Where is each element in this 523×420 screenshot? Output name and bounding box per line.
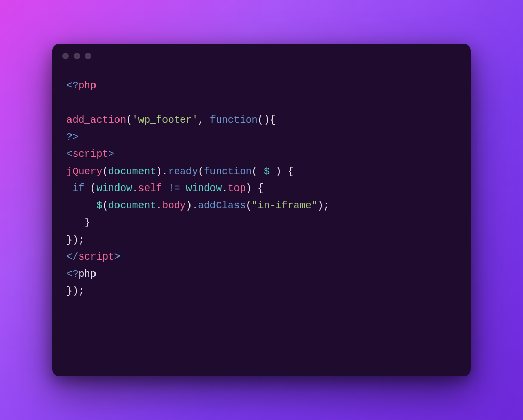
- code-token: addClass: [198, 200, 246, 212]
- code-line: jQuery(document).ready(function( $ ) {: [66, 164, 457, 181]
- code-token: (: [102, 166, 108, 177]
- code-token: body: [162, 200, 186, 212]
- code-token: top: [228, 183, 246, 194]
- code-token: >: [114, 251, 121, 263]
- code-token: <?: [66, 80, 78, 91]
- code-token: self: [138, 183, 162, 194]
- code-token: !=: [168, 183, 180, 194]
- code-token: $: [264, 166, 270, 177]
- code-token: (: [126, 114, 132, 126]
- code-token: window: [186, 183, 222, 194]
- code-token: function: [204, 166, 252, 177]
- code-token: ,: [198, 114, 209, 126]
- code-token: <?: [66, 269, 78, 280]
- code-token: ) {: [270, 166, 294, 177]
- code-token: <: [66, 149, 73, 160]
- code-token: );: [318, 200, 329, 212]
- traffic-light-minimize-icon[interactable]: [74, 53, 80, 59]
- code-token: php: [78, 80, 96, 91]
- code-editor[interactable]: <?php add_action('wp_footer', function()…: [52, 67, 471, 376]
- code-token: ).: [156, 166, 168, 177]
- code-token: (: [252, 166, 264, 177]
- code-line: });: [66, 232, 457, 249]
- code-token: [66, 200, 97, 212]
- code-token: if: [73, 183, 84, 194]
- code-line: <?php: [66, 266, 457, 284]
- code-token: </: [66, 251, 78, 263]
- code-token: window: [97, 183, 132, 194]
- code-line: [66, 95, 457, 112]
- code-token: ?>: [66, 132, 78, 143]
- code-token: (){: [258, 114, 276, 126]
- code-token: (: [102, 200, 108, 212]
- code-token: 'wp_footer': [132, 114, 198, 126]
- code-token: [180, 183, 186, 194]
- code-line: $(document.body).addClass("in-iframe");: [66, 198, 457, 215]
- code-token: ready: [168, 166, 198, 177]
- code-token: .: [132, 183, 138, 194]
- code-token: function: [210, 114, 258, 126]
- code-token: [66, 183, 73, 194]
- code-line: ?>: [66, 129, 457, 147]
- code-token: .: [222, 183, 228, 194]
- code-token: });: [66, 235, 84, 246]
- code-line: if (window.self != window.top) {: [66, 180, 457, 198]
- code-token: >: [108, 149, 114, 160]
- code-line: }: [66, 215, 457, 232]
- code-token: .: [156, 200, 162, 212]
- code-token: document: [108, 166, 156, 177]
- code-token: (: [84, 183, 96, 194]
- code-token: jQuery: [66, 166, 102, 177]
- code-token: (: [198, 166, 204, 177]
- code-token: script: [78, 251, 114, 263]
- code-token: [162, 183, 168, 194]
- code-line: </script>: [66, 249, 457, 266]
- window-titlebar: [52, 44, 471, 67]
- code-token: ).: [186, 200, 198, 212]
- code-token: document: [108, 200, 156, 212]
- code-token: }: [66, 217, 90, 228]
- code-token: add_action: [66, 114, 126, 126]
- traffic-light-zoom-icon[interactable]: [85, 53, 91, 59]
- code-line: <script>: [66, 146, 457, 164]
- code-token: (: [246, 200, 252, 212]
- code-line: <?php: [66, 78, 457, 95]
- traffic-light-close-icon[interactable]: [62, 53, 69, 59]
- code-token: });: [66, 286, 84, 297]
- code-line: add_action('wp_footer', function(){: [66, 112, 457, 129]
- code-token: "in-iframe": [252, 200, 318, 212]
- code-window: <?php add_action('wp_footer', function()…: [52, 44, 471, 376]
- code-token: script: [73, 149, 108, 160]
- code-token: php: [78, 269, 96, 280]
- code-line: });: [66, 283, 457, 300]
- code-token: ) {: [246, 183, 264, 194]
- code-token: $: [97, 200, 103, 212]
